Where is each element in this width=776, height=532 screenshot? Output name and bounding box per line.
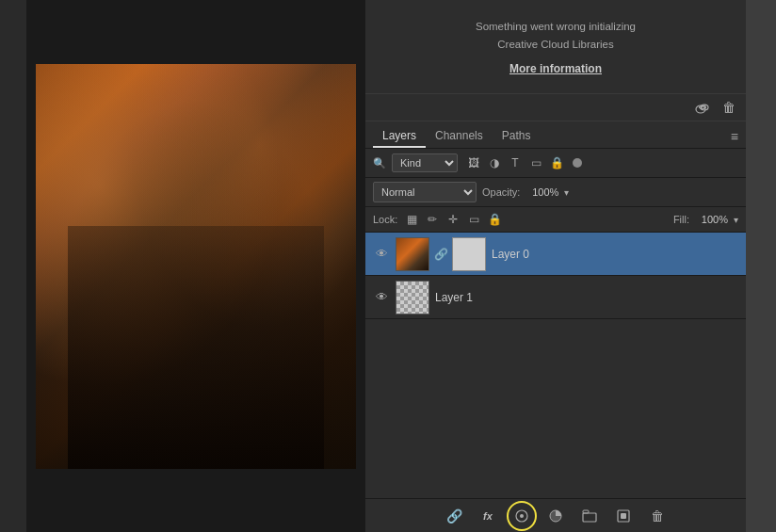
visibility-icon-layer1[interactable]: 👁: [373, 289, 390, 306]
filter-toggle-dot[interactable]: [573, 158, 582, 168]
trash-icon[interactable]: 🗑: [719, 98, 738, 117]
layers-list: 👁 🔗 Layer 0 👁 Layer 1: [365, 233, 746, 498]
lock-row: Lock: ▦ ✏ ✛ ▭ 🔒 Fill: 100% ▾: [365, 207, 746, 233]
canvas-area: [26, 0, 365, 532]
filter-adjust-icon[interactable]: ◑: [486, 154, 503, 171]
adjustment-layer-icon[interactable]: [545, 506, 566, 526]
svg-rect-9: [621, 513, 626, 519]
tabs-row: Layers Channels Paths ≡: [365, 121, 746, 149]
chain-icon-layer0[interactable]: 🔗: [435, 237, 446, 271]
layer-thumb-layer1: [396, 281, 429, 314]
fill-label: Fill:: [673, 214, 689, 225]
more-info-link[interactable]: More information: [509, 62, 602, 75]
svg-point-3: [516, 510, 527, 522]
kind-select[interactable]: Kind Name Effect Mode Attribute Color: [392, 153, 458, 172]
canvas-image: [36, 64, 356, 469]
cloud-icon[interactable]: [693, 98, 712, 117]
fill-dropdown-arrow[interactable]: ▾: [734, 215, 738, 225]
opacity-value[interactable]: 100%: [525, 186, 558, 198]
layer-mask-layer0: [452, 237, 486, 271]
svg-rect-7: [583, 510, 589, 513]
visibility-icon-layer0[interactable]: 👁: [373, 246, 390, 263]
link-icon[interactable]: 🔗: [444, 506, 464, 526]
group-icon[interactable]: [579, 506, 600, 526]
tab-paths[interactable]: Paths: [493, 125, 541, 148]
opacity-label: Opacity:: [482, 186, 520, 198]
new-adjustment-icon[interactable]: [511, 506, 532, 526]
filter-row: 🔍 Kind Name Effect Mode Attribute Color …: [365, 149, 746, 178]
blend-mode-row: Normal Multiply Screen Overlay Opacity: …: [365, 178, 746, 207]
tab-channels[interactable]: Channels: [426, 125, 493, 148]
lock-transparent-icon[interactable]: ▦: [403, 211, 420, 228]
lock-label: Lock:: [373, 214, 397, 225]
layer-name-layer1: Layer 1: [435, 291, 738, 304]
filter-text-icon[interactable]: T: [507, 154, 524, 171]
filter-image-icon[interactable]: 🖼: [465, 154, 482, 171]
layer-name-layer0: Layer 0: [492, 248, 738, 261]
fx-icon[interactable]: fx: [477, 506, 498, 526]
right-edge: [746, 0, 776, 532]
panel-menu-icon[interactable]: ≡: [731, 129, 738, 144]
blend-mode-select[interactable]: Normal Multiply Screen Overlay: [373, 182, 477, 202]
layer-row[interactable]: 👁 🔗 Layer 0: [365, 233, 746, 276]
mask-icon[interactable]: [613, 506, 634, 526]
lock-icons: ▦ ✏ ✛ ▭ 🔒: [403, 211, 503, 228]
right-panel: Something went wrong initializing Creati…: [365, 0, 746, 532]
layer-thumb-layer0: [396, 237, 429, 271]
tab-layers[interactable]: Layers: [373, 125, 426, 148]
delete-icon[interactable]: 🗑: [647, 506, 668, 526]
svg-point-4: [520, 514, 524, 518]
svg-rect-6: [583, 513, 596, 522]
layers-panel: Layers Channels Paths ≡ 🔍 Kind Name Effe…: [365, 121, 746, 532]
layer-row[interactable]: 👁 Layer 1: [365, 276, 746, 319]
bottom-toolbar: 🔗 fx: [365, 498, 746, 532]
notification-area: Something went wrong initializing Creati…: [365, 0, 746, 94]
lock-pixels-icon[interactable]: ✏: [424, 211, 441, 228]
filter-icons: 🖼 ◑ T ▭ 🔒: [465, 154, 565, 171]
opacity-dropdown-arrow[interactable]: ▾: [564, 187, 569, 198]
fill-value[interactable]: 100%: [695, 214, 728, 225]
filter-search-icon: 🔍: [373, 157, 386, 169]
lock-artboard-icon[interactable]: ▭: [465, 211, 482, 228]
top-icons-row: 🗑: [365, 94, 746, 121]
left-toolbar: [0, 0, 26, 532]
filter-lock-icon[interactable]: 🔒: [548, 154, 565, 171]
lock-position-icon[interactable]: ✛: [445, 211, 461, 228]
notification-text: Something went wrong initializing Creati…: [476, 18, 636, 53]
lock-all-icon[interactable]: 🔒: [486, 211, 503, 228]
filter-shape-icon[interactable]: ▭: [527, 154, 544, 171]
